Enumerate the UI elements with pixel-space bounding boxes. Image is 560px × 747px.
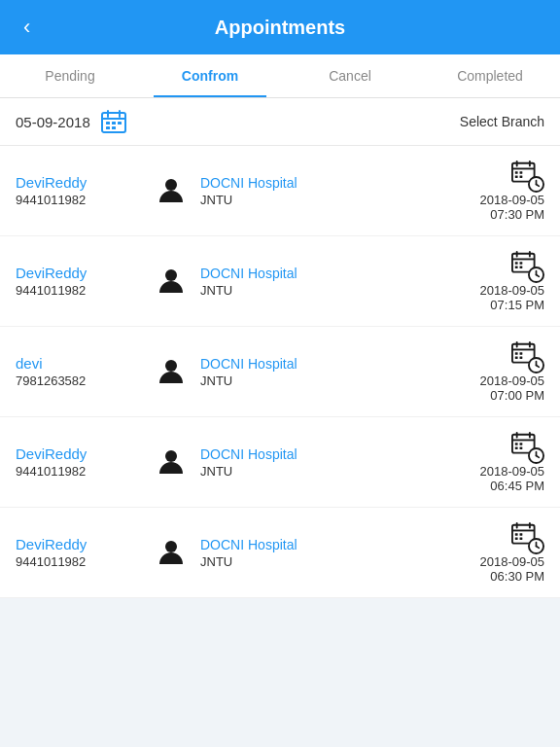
back-button[interactable]: ‹ xyxy=(16,11,38,44)
person-phone: 9441011982 xyxy=(16,464,142,479)
table-row: DeviReddy 9441011982 DOCNI Hospital JNTU xyxy=(0,417,560,508)
svg-rect-50 xyxy=(515,443,518,445)
appt-date: 2018-09-05 xyxy=(480,193,545,207)
appt-hospital-1: DOCNI Hospital JNTU xyxy=(200,266,426,298)
svg-rect-16 xyxy=(515,176,518,178)
svg-rect-53 xyxy=(520,447,523,449)
tab-pending[interactable]: Pending xyxy=(0,54,140,97)
hospital-branch: JNTU xyxy=(200,554,426,569)
appt-date: 2018-09-05 xyxy=(480,464,545,479)
calendar-clock-icon xyxy=(511,160,544,193)
tab-completed[interactable]: Completed xyxy=(420,54,560,97)
calendar-clock-icon xyxy=(511,250,544,283)
svg-point-9 xyxy=(165,179,177,191)
appt-date: 2018-09-05 xyxy=(480,554,545,569)
svg-rect-8 xyxy=(112,126,116,129)
person-icon-wrap xyxy=(154,175,189,206)
person-icon xyxy=(156,175,187,206)
svg-rect-52 xyxy=(515,447,518,449)
appt-time: 06:45 PM xyxy=(490,479,544,493)
svg-rect-51 xyxy=(520,443,523,445)
svg-rect-64 xyxy=(515,538,518,540)
appt-datetime-0: 2018-09-05 07:30 PM xyxy=(438,160,544,222)
calendar-clock-icon xyxy=(511,340,544,374)
svg-rect-29 xyxy=(520,267,523,268)
hospital-name[interactable]: DOCNI Hospital xyxy=(200,266,426,281)
calendar-clock-icon xyxy=(511,431,544,464)
person-phone: 9441011982 xyxy=(16,554,142,569)
appt-person-3: DeviReddy 9441011982 xyxy=(16,445,142,479)
hospital-name[interactable]: DOCNI Hospital xyxy=(200,356,426,372)
hospital-branch: JNTU xyxy=(200,283,426,298)
svg-rect-39 xyxy=(520,352,523,354)
svg-rect-38 xyxy=(515,352,518,354)
svg-rect-27 xyxy=(520,262,523,264)
svg-rect-4 xyxy=(106,122,110,124)
appt-datetime-1: 2018-09-05 07:15 PM xyxy=(438,250,544,312)
svg-rect-17 xyxy=(520,176,523,178)
person-phone: 9441011982 xyxy=(16,283,142,298)
tabs-bar: Pending Confrom Cancel Completed xyxy=(0,54,560,98)
table-row: DeviReddy 9441011982 DOCNI Hospital JNTU xyxy=(0,508,560,598)
appt-hospital-4: DOCNI Hospital JNTU xyxy=(200,537,426,569)
appt-time: 07:00 PM xyxy=(490,388,544,403)
page-title: Appointments xyxy=(215,17,345,39)
svg-rect-6 xyxy=(118,122,122,124)
calendar-icon-button[interactable] xyxy=(100,108,127,135)
hospital-name[interactable]: DOCNI Hospital xyxy=(200,175,426,191)
svg-rect-28 xyxy=(515,267,518,268)
appt-person-2: devi 7981263582 xyxy=(16,355,142,388)
person-phone: 7981263582 xyxy=(16,374,142,388)
appt-person-0: DeviReddy 9441011982 xyxy=(16,174,142,207)
date-bar: 05-09-2018 Select Branch xyxy=(0,98,560,146)
person-icon xyxy=(156,537,187,568)
hospital-name[interactable]: DOCNI Hospital xyxy=(200,537,426,552)
svg-point-57 xyxy=(165,541,177,552)
svg-point-21 xyxy=(165,269,177,281)
appt-person-1: DeviReddy 9441011982 xyxy=(16,265,142,298)
appointments-list: DeviReddy 9441011982 DOCNI Hospital JNTU xyxy=(0,146,560,598)
svg-rect-41 xyxy=(520,357,523,359)
table-row: DeviReddy 9441011982 DOCNI Hospital JNTU xyxy=(0,146,560,236)
appt-datetime-2: 2018-09-05 07:00 PM xyxy=(438,340,544,403)
svg-rect-65 xyxy=(520,538,523,540)
hospital-name[interactable]: DOCNI Hospital xyxy=(200,446,426,462)
person-name[interactable]: DeviReddy xyxy=(16,536,142,552)
hospital-branch: JNTU xyxy=(200,374,426,388)
appt-hospital-3: DOCNI Hospital JNTU xyxy=(200,446,426,479)
appt-person-4: DeviReddy 9441011982 xyxy=(16,536,142,569)
person-phone: 9441011982 xyxy=(16,193,142,207)
header: ‹ Appointments xyxy=(0,0,560,54)
person-icon-wrap xyxy=(154,266,189,297)
hospital-branch: JNTU xyxy=(200,193,426,207)
calendar-icon xyxy=(100,108,127,135)
person-name[interactable]: DeviReddy xyxy=(16,445,142,462)
person-icon xyxy=(156,356,187,387)
tab-cancel[interactable]: Cancel xyxy=(280,54,420,97)
person-name[interactable]: DeviReddy xyxy=(16,265,142,281)
svg-rect-7 xyxy=(106,126,110,129)
appt-time: 07:30 PM xyxy=(490,207,544,222)
selected-date: 05-09-2018 xyxy=(16,114,90,130)
svg-rect-14 xyxy=(515,171,518,173)
person-name[interactable]: devi xyxy=(16,355,142,372)
appt-datetime-3: 2018-09-05 06:45 PM xyxy=(438,431,544,493)
svg-point-33 xyxy=(165,360,177,372)
svg-rect-62 xyxy=(515,533,518,535)
appt-datetime-4: 2018-09-05 06:30 PM xyxy=(438,521,544,584)
appt-date: 2018-09-05 xyxy=(480,374,545,388)
person-icon-wrap xyxy=(154,356,189,387)
appt-time: 07:15 PM xyxy=(490,298,544,312)
person-icon xyxy=(156,446,187,478)
table-row: devi 7981263582 DOCNI Hospital JNTU xyxy=(0,327,560,417)
appt-date: 2018-09-05 xyxy=(480,283,545,298)
appt-hospital-0: DOCNI Hospital JNTU xyxy=(200,175,426,207)
select-branch-button[interactable]: Select Branch xyxy=(460,114,544,129)
svg-rect-5 xyxy=(112,122,116,124)
svg-rect-63 xyxy=(520,533,523,535)
hospital-branch: JNTU xyxy=(200,464,426,479)
appt-time: 06:30 PM xyxy=(490,569,544,584)
person-name[interactable]: DeviReddy xyxy=(16,174,142,191)
tab-confrom[interactable]: Confrom xyxy=(140,54,280,97)
svg-rect-15 xyxy=(520,171,523,173)
